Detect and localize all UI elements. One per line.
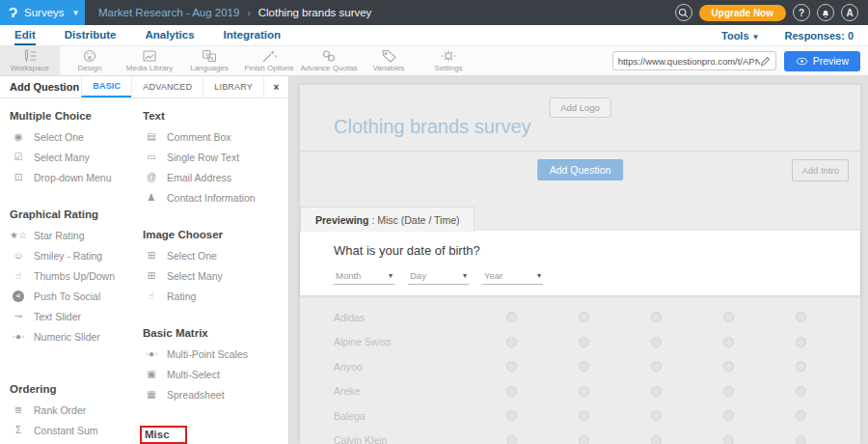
radio-button[interactable] [723,361,734,372]
close-panel-button[interactable]: × [263,76,288,97]
toolbar-advance-quotas[interactable]: Advance Quotas [299,46,359,75]
qtype-comment-box[interactable]: ▤ Comment Box [143,126,287,147]
upgrade-now-button[interactable]: Upgrade Now [699,5,786,21]
radio-button[interactable] [579,435,589,444]
tab-analytics[interactable]: Analytics [145,25,194,45]
thumb-icon: ☝ [143,291,160,301]
qtype-thumbs-up-down[interactable]: ☝ Thumbs Up/Down [10,265,143,286]
section-basic-matrix: Basic Matrix [143,327,287,339]
radio-button[interactable] [723,410,734,421]
radio-button[interactable] [723,337,734,347]
qtype-single-row-text[interactable]: ▭ Single Row Text [143,147,287,167]
responses-count[interactable]: Responses: 0 [784,30,854,42]
radio-button[interactable] [651,312,662,322]
gear-icon [440,49,457,63]
radio-button[interactable] [796,386,806,397]
qtype-multi-select[interactable]: ▣ Multi-Select [143,364,287,384]
notifications-button[interactable] [817,4,834,21]
svg-text:a: a [210,55,214,61]
brand-label: Balega [334,410,475,422]
breadcrumb-folder[interactable]: Market Research - Aug 2019 [98,7,239,18]
add-logo-button[interactable]: Add Logo [549,97,611,118]
radio-button[interactable] [796,312,806,322]
radio-button[interactable] [651,361,662,372]
radio-button[interactable] [723,435,734,444]
qtype-select-one[interactable]: ◉ Select One [10,126,143,147]
numbered-list-icon: ≣ [10,405,27,415]
person-icon: ♟ [143,193,160,203]
radio-button[interactable] [651,410,662,421]
day-select[interactable]: Day ▾ [408,269,469,285]
survey-canvas: Add Logo Clothing brands survey Add Ques… [300,85,860,444]
radio-button[interactable] [723,312,734,322]
radio-button[interactable] [579,386,589,397]
topbar-actions: Upgrade Now ? A [675,4,868,21]
qtype-multi-point-scales[interactable]: ◦●◦ Multi-Point Scales [143,344,287,364]
help-button[interactable]: ? [793,4,810,21]
qtype-text-slider[interactable]: ⊸ Text Slider [10,306,143,326]
qtype-numeric-slider[interactable]: ◦●◦ Numeric Slider [10,326,143,347]
add-question-button[interactable]: Add Question [537,159,624,180]
radio-button[interactable] [651,337,662,347]
radio-button[interactable] [506,312,517,322]
radio-button[interactable] [579,312,589,322]
radio-button[interactable] [506,337,517,347]
radio-button[interactable] [651,386,662,397]
radio-button[interactable] [506,435,517,444]
year-select[interactable]: Year ▾ [482,269,543,285]
survey-title[interactable]: Clothing brands survey [334,116,531,138]
toolbar-right: Preview [612,46,868,75]
radio-button[interactable] [796,410,806,421]
qtype-star-rating[interactable]: ★☆ Star Rating [10,225,143,245]
search-button[interactable] [675,4,692,21]
qtype-email-address[interactable]: @ Email Address [143,167,287,187]
toolbar-finish-options[interactable]: Finish Options [239,46,299,75]
qtype-smiley-rating[interactable]: ☺ Smiley - Rating [10,245,143,265]
account-avatar[interactable]: A [841,4,858,21]
radio-button[interactable] [579,337,589,347]
qtype-image-select-many[interactable]: ⊞ Select Many [143,265,287,286]
radio-button[interactable] [651,435,662,444]
toolbar-settings[interactable]: Settings [419,46,478,75]
qtype-select-many[interactable]: ☑ Select Many [10,147,143,167]
edit-url-button[interactable] [760,56,771,67]
month-select[interactable]: Month ▾ [334,269,394,285]
tab-basic[interactable]: BASIC [81,76,131,97]
qtype-image-rating[interactable]: ☝ Rating [143,286,287,306]
qtype-drag-and-drop[interactable]: ☞ Drag and Drop [10,440,143,444]
preview-button[interactable]: Preview [784,51,860,71]
radio-button[interactable] [796,361,806,372]
radio-button[interactable] [506,361,517,372]
toolbar-languages[interactable]: xa Languages [179,46,239,75]
qtype-contact-information[interactable]: ♟ Contact Information [143,187,287,208]
radio-button[interactable] [796,435,806,444]
radio-button[interactable] [723,386,734,397]
tab-edit[interactable]: Edit [14,25,36,45]
eye-icon [796,57,808,66]
survey-url-input[interactable] [618,56,760,67]
toolbar-workspace[interactable]: Workspace [0,46,60,75]
radio-button[interactable] [579,361,589,372]
qtype-rank-order[interactable]: ≣ Rank Order [10,400,143,420]
radio-button[interactable] [506,410,517,421]
numeric-slider-icon: ◦●◦ [10,332,27,342]
qtype-constant-sum[interactable]: Σ Constant Sum [10,420,143,440]
nav-right: Tools▼ Responses: 0 [721,25,854,45]
tab-distribute[interactable]: Distribute [65,25,117,45]
toolbar-variables[interactable]: Variables [359,46,419,75]
toolbar-design[interactable]: Design [60,46,120,75]
add-intro-button[interactable]: Add Intro [792,159,849,181]
radio-button[interactable] [579,410,589,421]
radio-button[interactable] [796,337,806,347]
qtype-image-select-one[interactable]: ⊞ Select One [143,245,287,265]
qtype-push-to-social[interactable]: < Push To Social [10,286,143,306]
qtype-dropdown-menu[interactable]: ⊡ Drop-down Menu [10,167,143,187]
toolbar-media-library[interactable]: Media Library [120,46,179,75]
qtype-spreadsheet[interactable]: ▦ Spreadsheet [143,384,287,404]
tab-advanced[interactable]: ADVANCED [131,76,203,97]
tools-menu[interactable]: Tools▼ [721,30,759,42]
tab-integration[interactable]: Integration [224,25,281,45]
radio-button[interactable] [506,386,517,397]
tab-library[interactable]: LIBRARY [203,76,263,97]
surveys-product-menu[interactable]: Ɂ Surveys ▼ [0,0,85,25]
